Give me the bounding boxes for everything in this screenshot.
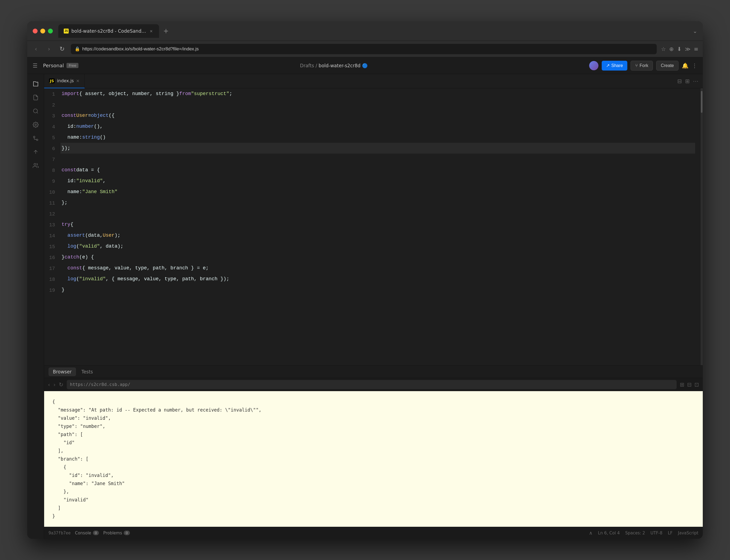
code-line: import { assert, object, number, string … [60,88,695,99]
menu-icon[interactable]: ≡ [694,46,698,52]
line-ending: LF [668,531,673,535]
preview-url-text: https://s2cr8d.csb.app/ [70,382,130,387]
preview-external-icon[interactable]: ⊞ [680,381,685,388]
tab-tests[interactable]: Tests [77,367,97,376]
title-bar: JS bold-water-s2cr8d - CodeSand… × + ⌄ [27,21,703,41]
tab-tests-label: Tests [81,369,93,375]
js-icon: JS [49,78,55,83]
download-icon[interactable]: ⬇ [677,46,682,52]
maximize-button[interactable] [48,29,53,34]
brand-name: Personal [43,63,64,68]
code-line: id: number(), [60,121,695,132]
avatar[interactable] [589,61,598,70]
csb-brand: Personal Free [43,63,78,68]
output-line: { [52,463,695,471]
editor-scrollbar[interactable] [701,88,703,365]
breadcrumb-name: bold-water-s2cr8d [319,63,361,68]
bookmark-icon[interactable]: ☆ [661,46,666,52]
output-line: "invalid" [52,496,695,504]
svg-point-3 [36,139,38,141]
code-line: log("invalid", { message, value, type, p… [60,273,695,284]
scrollbar-thumb[interactable] [701,91,702,113]
new-tab-button[interactable]: + [162,26,170,36]
sidebar [27,74,44,539]
preview-layout-icon[interactable]: ⊡ [694,381,699,388]
close-button[interactable] [33,29,38,34]
output-line: ], [52,447,695,455]
url-actions: ☆ ⊕ ⬇ ≫ ≡ [661,46,698,52]
tab-browser[interactable]: Browser [48,367,76,376]
editor-area: JS index.js × ⊟ ⊞ ⋯ 12345 678910 1112131… [44,74,703,539]
url-text: https://codesandbox.io/s/bold-water-s2cr… [82,46,199,52]
sidebar-item-git[interactable] [30,132,42,144]
console-button[interactable]: Console 0 [75,531,99,535]
lock-icon: 🔒 [75,46,80,51]
status-bar: 9a37fb7ee Console 0 Problems 0 ∧ Ln 6, C… [44,527,703,539]
code-line: const { message, value, type, path, bran… [60,263,695,273]
console-count: 0 [93,531,99,535]
spaces: Spaces: 2 [625,531,645,535]
tab-chevron-icon[interactable]: ⌄ [693,28,697,34]
url-bar[interactable]: 🔒 https://codesandbox.io/s/bold-water-s2… [71,44,657,54]
hamburger-icon[interactable]: ☰ [33,62,38,69]
create-label: Create [661,63,674,68]
back-button[interactable]: ‹ [32,45,40,52]
code-line: try { [60,219,695,230]
forward-button[interactable]: › [45,45,53,52]
more-icon[interactable]: ⋮ [692,62,697,69]
bell-icon[interactable]: 🔔 [682,62,689,69]
code-editor[interactable]: 12345 678910 1112131415 16171819 import … [44,88,703,365]
browser-tab-bar: JS bold-water-s2cr8d - CodeSand… × + ⌄ [58,24,697,38]
sidebar-item-team[interactable] [30,160,42,172]
browser-tab[interactable]: JS bold-water-s2cr8d - CodeSand… × [58,24,159,38]
tab-favicon: JS [64,29,69,34]
svg-point-4 [33,136,35,138]
code-line: const data = { [60,165,695,175]
output-line: "id": "invalid", [52,471,695,479]
output-line: "path": [ [52,430,695,439]
problems-button[interactable]: Problems 0 [103,531,130,535]
output-line: "value": "invalid", [52,414,695,422]
sandbox-verified-icon: 🔵 [362,63,368,68]
sidebar-item-files[interactable] [30,78,42,90]
preview-forward-icon[interactable]: › [53,381,56,388]
sidebar-item-search[interactable] [30,105,42,117]
minimize-button[interactable] [40,29,45,34]
refresh-button[interactable]: ↻ [58,45,66,52]
layout-icon[interactable]: ⊞ [685,78,690,84]
output-line: ] [52,504,695,512]
preview-actions: ⊞ ⊟ ⊡ [680,381,699,388]
svg-point-0 [33,109,37,113]
browser-panel: Browser Tests ‹ › ↻ https://s2cr8d.csb.a… [44,365,703,527]
sidebar-item-new-file[interactable] [30,92,42,104]
svg-point-5 [34,163,36,165]
share-button[interactable]: ↗ Share [602,61,627,71]
code-line: log("valid", data); [60,241,695,252]
code-line-highlighted: }); [60,143,695,154]
chevron-up-icon[interactable]: ∧ [589,530,592,536]
code-line: const User = object({ [60,110,695,121]
free-badge: Free [66,63,78,68]
tab-label: bold-water-s2cr8d - CodeSand… [71,28,146,34]
more-editor-icon[interactable]: ⋯ [693,78,698,84]
extensions-icon[interactable]: ⊕ [669,46,674,52]
code-content: 12345 678910 1112131415 16171819 import … [44,88,703,365]
preview-refresh-icon[interactable]: ↻ [59,381,63,388]
status-right: ∧ Ln 6, Col 4 Spaces: 2 UTF-8 LF JavaScr… [589,530,698,536]
more-actions-icon[interactable]: ≫ [685,46,691,52]
sidebar-item-settings[interactable] [30,119,42,131]
csb-topbar: ☰ Personal Free Drafts / bold-water-s2cr… [27,57,703,74]
sidebar-item-deploy[interactable] [30,146,42,158]
tab-close-icon[interactable]: × [149,29,154,34]
preview-back-icon[interactable]: ‹ [48,381,50,388]
language: JavaScript [678,531,698,535]
fork-button[interactable]: ⑂ Fork [631,61,653,71]
split-view-icon[interactable]: ⊟ [677,78,682,84]
preview-split-icon[interactable]: ⊟ [687,381,692,388]
svg-point-2 [35,124,37,126]
file-tab-indexjs[interactable]: JS index.js × [44,74,85,88]
tab-browser-label: Browser [53,369,72,375]
preview-url-input[interactable]: https://s2cr8d.csb.app/ [67,380,677,389]
create-button[interactable]: Create [656,61,679,71]
file-tab-close-icon[interactable]: × [76,78,80,83]
